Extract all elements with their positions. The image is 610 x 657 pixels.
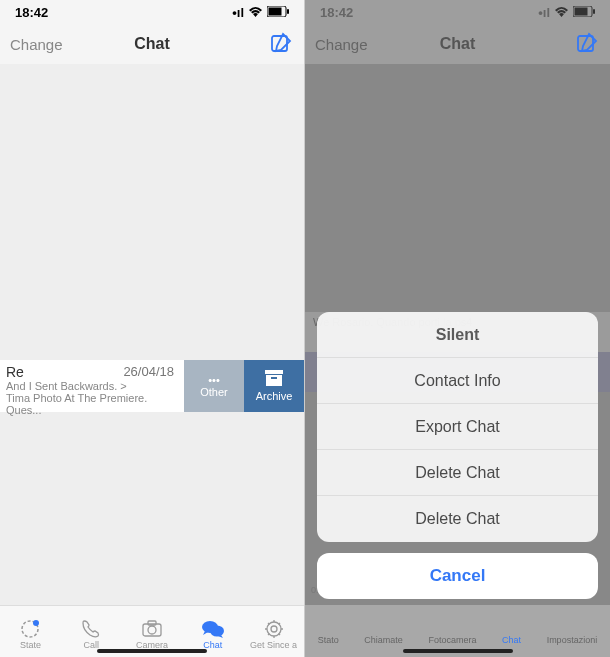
swipe-more-button[interactable]: ••• Other bbox=[184, 360, 244, 412]
svg-rect-6 bbox=[271, 377, 277, 379]
battery-icon bbox=[573, 5, 595, 20]
action-silent-label: Silent bbox=[436, 326, 480, 344]
svg-rect-2 bbox=[287, 9, 289, 14]
svg-rect-19 bbox=[578, 36, 593, 51]
action-sheet: Silent Contact Info Export Chat Delete C… bbox=[317, 312, 598, 542]
wifi-icon bbox=[554, 5, 569, 20]
svg-point-8 bbox=[33, 620, 39, 626]
compose-button[interactable] bbox=[576, 32, 598, 58]
tab-stato: Stato bbox=[318, 635, 339, 645]
tab-settings[interactable]: Get Since a bbox=[243, 618, 304, 650]
action-silent[interactable]: Silent bbox=[317, 312, 598, 358]
chat-list: Re 26/04/18 And I Sent Backwards. > Tima… bbox=[0, 64, 304, 605]
phone-icon bbox=[80, 618, 102, 640]
tab-chat[interactable]: Chat bbox=[182, 618, 243, 650]
tab-settings-label: Get Since a bbox=[250, 640, 297, 650]
action-cancel[interactable]: Cancel bbox=[317, 553, 598, 599]
status-indicators: •ıl bbox=[232, 5, 289, 20]
swipe-archive-button[interactable]: Archive bbox=[244, 360, 304, 412]
tab-fotocamera: Fotocamera bbox=[428, 635, 476, 645]
status-bar: 18:42 •ıl bbox=[305, 0, 610, 24]
tab-call[interactable]: Call bbox=[61, 618, 122, 650]
svg-rect-18 bbox=[593, 9, 595, 14]
tab-state[interactable]: State bbox=[0, 618, 61, 650]
chat-preview-2: Tima Photo At The Premiere. Ques... bbox=[6, 392, 178, 416]
change-button[interactable]: Change bbox=[10, 36, 63, 53]
svg-rect-3 bbox=[272, 36, 287, 51]
swipe-actions: ••• Other Archive bbox=[184, 360, 304, 412]
svg-rect-11 bbox=[148, 621, 156, 625]
archive-icon bbox=[265, 370, 283, 388]
state-icon bbox=[19, 618, 41, 640]
action-contact-label: Contact Info bbox=[414, 372, 500, 390]
nav-title: Chat bbox=[440, 35, 476, 53]
phone-right: 18:42 •ıl Change Chat We Rosario. Quando… bbox=[305, 0, 610, 657]
signal-icon: •ıl bbox=[538, 5, 550, 20]
status-indicators: •ıl bbox=[538, 5, 595, 20]
more-icon: ••• bbox=[208, 374, 220, 386]
svg-rect-4 bbox=[265, 370, 283, 374]
chat-date: 26/04/18 bbox=[123, 364, 174, 379]
svg-point-10 bbox=[148, 626, 156, 634]
status-bar: 18:42 •ıl bbox=[0, 0, 304, 24]
swipe-archive-label: Archive bbox=[256, 390, 293, 402]
svg-rect-17 bbox=[575, 7, 588, 15]
tab-camera[interactable]: Camera bbox=[122, 618, 183, 650]
nav-bar: Change Chat bbox=[305, 24, 610, 64]
tab-impostazioni: Impostazioni bbox=[547, 635, 598, 645]
wifi-icon bbox=[248, 5, 263, 20]
action-export-label: Export Chat bbox=[415, 418, 499, 436]
action-delete-chat-2[interactable]: Delete Chat bbox=[317, 496, 598, 542]
tab-chat-label: Chat bbox=[203, 640, 222, 650]
change-button[interactable]: Change bbox=[315, 36, 368, 53]
tab-camera-label: Camera bbox=[136, 640, 168, 650]
chat-row[interactable]: Re 26/04/18 And I Sent Backwards. > Tima… bbox=[0, 360, 304, 412]
tab-state-label: State bbox=[20, 640, 41, 650]
status-time: 18:42 bbox=[320, 5, 353, 20]
action-cancel-label: Cancel bbox=[430, 566, 486, 586]
nav-title: Chat bbox=[134, 35, 170, 53]
home-indicator[interactable] bbox=[403, 649, 513, 653]
action-delete1-label: Delete Chat bbox=[415, 464, 500, 482]
nav-bar: Change Chat bbox=[0, 24, 304, 64]
chat-info[interactable]: Re 26/04/18 And I Sent Backwards. > Tima… bbox=[0, 360, 184, 412]
battery-icon bbox=[267, 5, 289, 20]
swipe-more-label: Other bbox=[200, 386, 228, 398]
tab-chiamate: Chiamate bbox=[364, 635, 403, 645]
home-indicator[interactable] bbox=[97, 649, 207, 653]
status-time: 18:42 bbox=[15, 5, 48, 20]
phone-left: 18:42 •ıl Change Chat Re 26/04/18 And I … bbox=[0, 0, 305, 657]
action-delete-chat-1[interactable]: Delete Chat bbox=[317, 450, 598, 496]
chat-preview-1: And I Sent Backwards. > bbox=[6, 380, 178, 392]
signal-icon: •ıl bbox=[232, 5, 244, 20]
action-contact-info[interactable]: Contact Info bbox=[317, 358, 598, 404]
svg-point-15 bbox=[271, 626, 277, 632]
compose-button[interactable] bbox=[270, 32, 292, 58]
action-delete2-label: Delete Chat bbox=[415, 510, 500, 528]
svg-point-13 bbox=[210, 625, 224, 636]
tab-chat-bg: Chat bbox=[502, 635, 521, 645]
gear-icon bbox=[263, 618, 285, 640]
svg-rect-1 bbox=[269, 7, 282, 15]
svg-rect-5 bbox=[266, 375, 282, 386]
action-export-chat[interactable]: Export Chat bbox=[317, 404, 598, 450]
camera-icon bbox=[141, 618, 163, 640]
chat-icon bbox=[201, 618, 225, 640]
tab-call-label: Call bbox=[83, 640, 99, 650]
